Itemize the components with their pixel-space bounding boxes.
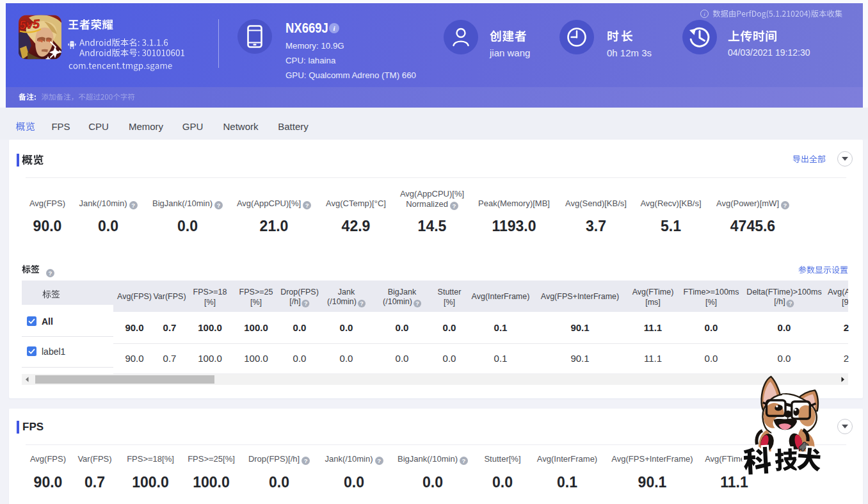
svg-text:5v5: 5v5 [19,17,40,32]
